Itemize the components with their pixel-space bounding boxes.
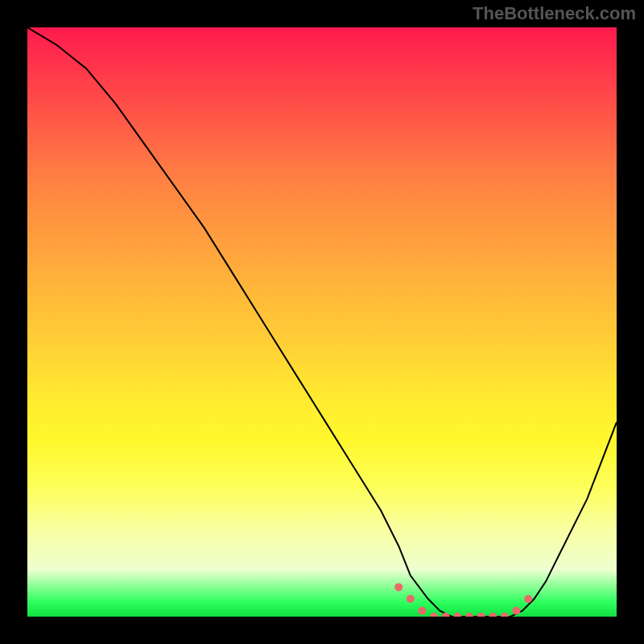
highlight-dot [501, 613, 509, 617]
highlight-dot [394, 583, 402, 591]
highlight-dot [430, 613, 438, 617]
highlight-dot [524, 595, 532, 603]
chart-svg [27, 27, 617, 617]
optimal-range-dots [394, 583, 532, 617]
highlight-dot [513, 607, 521, 615]
highlight-dot [465, 613, 473, 617]
highlight-dot [489, 613, 497, 617]
watermark-text: TheBottleneck.com [473, 3, 636, 24]
highlight-dot [418, 607, 426, 615]
highlight-dot [407, 595, 415, 603]
highlight-dot [477, 613, 485, 617]
bottleneck-curve [27, 27, 617, 617]
highlight-dot [442, 613, 450, 617]
plot-area [27, 27, 617, 617]
highlight-dot [453, 613, 461, 617]
